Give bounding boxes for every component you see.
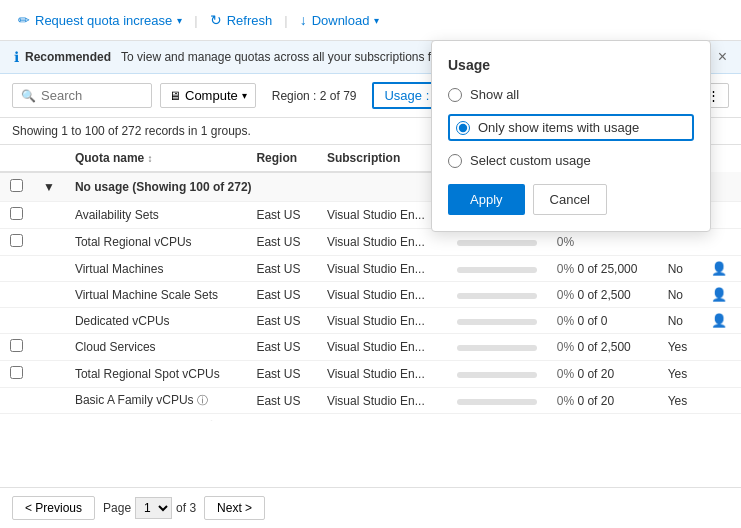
request-quota-btn[interactable]: ✏ Request quota increase ▾ bbox=[12, 8, 188, 32]
row-adjustable bbox=[701, 361, 741, 388]
row-usage: 0% 0 of 20 bbox=[547, 388, 658, 414]
row-limit: Yes bbox=[658, 334, 702, 361]
col-region[interactable]: Region bbox=[246, 145, 317, 172]
row-checkbox-cell bbox=[0, 334, 33, 361]
custom-usage-option[interactable]: Select custom usage bbox=[448, 153, 694, 168]
row-subscription: Visual Studio En... bbox=[317, 256, 447, 282]
show-usage-label: Only show items with usage bbox=[478, 120, 639, 135]
page-select[interactable]: 1 2 3 bbox=[135, 497, 172, 519]
custom-usage-radio[interactable] bbox=[448, 154, 462, 168]
row-region: East US bbox=[246, 361, 317, 388]
show-all-option[interactable]: Show all bbox=[448, 87, 694, 102]
col-subscription[interactable]: Subscription bbox=[317, 145, 447, 172]
row-checkbox-cell bbox=[0, 414, 33, 422]
row-checkbox[interactable] bbox=[10, 207, 23, 220]
table-row: Dedicated vCPUs East US Visual Studio En… bbox=[0, 308, 741, 334]
row-usage: 0% 0 of 0 bbox=[547, 308, 658, 334]
col-quota-name[interactable]: Quota name ↕ bbox=[65, 145, 247, 172]
banner-bold: Recommended bbox=[25, 50, 111, 64]
row-checkbox[interactable] bbox=[10, 234, 23, 247]
row-name: Cloud Services bbox=[65, 334, 247, 361]
table-row: Virtual Machines East US Visual Studio E… bbox=[0, 256, 741, 282]
row-checkbox-cell bbox=[0, 361, 33, 388]
group-checkbox[interactable] bbox=[10, 179, 23, 192]
next-label: Next > bbox=[217, 501, 252, 515]
row-name: Availability Sets bbox=[65, 202, 247, 229]
row-indent bbox=[33, 256, 65, 282]
banner-close-btn[interactable]: × bbox=[718, 49, 727, 65]
row-name: Total Regional Spot vCPUs bbox=[65, 361, 247, 388]
row-checkbox[interactable] bbox=[10, 366, 23, 379]
row-checkbox-cell bbox=[0, 202, 33, 229]
only-usage-option[interactable]: Only show items with usage bbox=[448, 114, 694, 141]
chevron-down-icon: ▾ bbox=[177, 15, 182, 26]
row-limit: Yes bbox=[658, 388, 702, 414]
row-indent bbox=[33, 414, 65, 422]
row-bar bbox=[447, 334, 547, 361]
chevron-down-icon: ▾ bbox=[242, 90, 247, 101]
compute-label: Compute bbox=[185, 88, 238, 103]
row-usage: 0% 0 of 2,500 bbox=[547, 334, 658, 361]
row-region: East US bbox=[246, 388, 317, 414]
row-region: East US bbox=[246, 282, 317, 308]
row-adjustable bbox=[701, 229, 741, 256]
row-region: East US bbox=[246, 308, 317, 334]
row-checkbox-cell bbox=[0, 388, 33, 414]
show-all-radio[interactable] bbox=[448, 88, 462, 102]
apply-btn[interactable]: Apply bbox=[448, 184, 525, 215]
custom-usage-label: Select custom usage bbox=[470, 153, 591, 168]
table-row: Total Regional Spot vCPUs East US Visual… bbox=[0, 361, 741, 388]
download-btn[interactable]: ↓ Download ▾ bbox=[294, 8, 386, 32]
compute-filter-btn[interactable]: 🖥 Compute ▾ bbox=[160, 83, 256, 108]
row-usage: 0% 0 of 2,500 bbox=[547, 282, 658, 308]
row-bar bbox=[447, 256, 547, 282]
previous-label: < Previous bbox=[25, 501, 82, 515]
row-subscription: Visual Studio En... bbox=[317, 229, 447, 256]
refresh-label: Refresh bbox=[227, 13, 273, 28]
row-subscription: Visual Studio En... bbox=[317, 202, 447, 229]
next-btn[interactable]: Next > bbox=[204, 496, 265, 520]
region-badge: Region : 2 of 79 bbox=[264, 85, 365, 107]
row-subscription: Visual Studio En... bbox=[317, 414, 447, 422]
collapse-icon[interactable]: ▼ bbox=[43, 180, 55, 194]
page-info: Page 1 2 3 of 3 bbox=[103, 497, 196, 519]
row-adjustable: 👤 bbox=[701, 282, 741, 308]
row-name: Total Regional vCPUs bbox=[65, 229, 247, 256]
row-adjustable: 👤 bbox=[701, 256, 741, 282]
row-limit bbox=[658, 229, 702, 256]
refresh-btn[interactable]: ↻ Refresh bbox=[204, 8, 279, 32]
row-subscription: Visual Studio En... bbox=[317, 388, 447, 414]
cancel-label: Cancel bbox=[550, 192, 590, 207]
search-box[interactable]: 🔍 bbox=[12, 83, 152, 108]
row-usage: 0% bbox=[547, 229, 658, 256]
records-info-text: Showing 1 to 100 of 272 records in 1 gro… bbox=[12, 124, 251, 138]
row-subscription: Visual Studio En... bbox=[317, 361, 447, 388]
show-usage-radio[interactable] bbox=[456, 121, 470, 135]
row-checkbox[interactable] bbox=[10, 339, 23, 352]
monitor-icon: 🖥 bbox=[169, 89, 181, 103]
row-region: East US bbox=[246, 256, 317, 282]
row-checkbox-cell bbox=[0, 282, 33, 308]
pencil-icon: ✏ bbox=[18, 12, 30, 28]
row-limit: Yes bbox=[658, 361, 702, 388]
row-indent bbox=[33, 308, 65, 334]
row-name: Virtual Machine Scale Sets bbox=[65, 282, 247, 308]
info-icon: ℹ bbox=[14, 49, 19, 65]
show-all-label: Show all bbox=[470, 87, 519, 102]
page-label: Page bbox=[103, 501, 131, 515]
table-row: Standard A0-A7 Famil... ⓘ East US Visual… bbox=[0, 414, 741, 422]
row-indent bbox=[33, 282, 65, 308]
cancel-btn[interactable]: Cancel bbox=[533, 184, 607, 215]
row-limit: Yes bbox=[658, 414, 702, 422]
download-icon: ↓ bbox=[300, 12, 307, 28]
request-quota-label: Request quota increase bbox=[35, 13, 172, 28]
row-indent bbox=[33, 361, 65, 388]
previous-btn[interactable]: < Previous bbox=[12, 496, 95, 520]
row-region: East US bbox=[246, 202, 317, 229]
row-adjustable bbox=[701, 388, 741, 414]
usage-dropdown-title: Usage bbox=[448, 57, 694, 73]
row-bar bbox=[447, 308, 547, 334]
apply-label: Apply bbox=[470, 192, 503, 207]
search-input[interactable] bbox=[41, 88, 141, 103]
table-row: Basic A Family vCPUs ⓘ East US Visual St… bbox=[0, 388, 741, 414]
